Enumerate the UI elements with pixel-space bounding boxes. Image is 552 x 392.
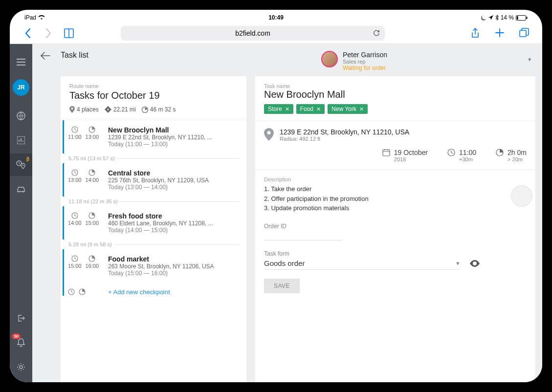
task-item[interactable]: 11:00 13:00 New Brooclyn Mall 1239 E 22n…: [63, 120, 246, 153]
chevron-down-icon: ▾: [528, 56, 531, 63]
reload-icon[interactable]: [373, 29, 380, 37]
chart-icon[interactable]: [10, 129, 32, 152]
task-name: Food market: [108, 255, 239, 263]
workspace: Task list Peter Garrison Sales rep Waiti…: [32, 44, 542, 382]
logout-icon[interactable]: [10, 307, 32, 329]
tag[interactable]: Store✕: [264, 104, 293, 114]
task-name-label: Task name: [264, 83, 527, 89]
task-name: New Brooclyn Mall: [108, 126, 239, 134]
distance-divider: 5.28 mi (9 m 58 s): [61, 240, 246, 249]
date-info: 19 October2018: [382, 149, 428, 162]
task-item[interactable]: 13:00 14:00 Central store 225 76th St, B…: [63, 163, 246, 196]
new-tab-button[interactable]: [492, 28, 507, 39]
url-bar[interactable]: b2field.com: [121, 26, 385, 41]
ios-status-bar: iPad 10:49 14 %: [10, 13, 542, 22]
svg-rect-22: [383, 150, 390, 156]
order-id-label: Order ID: [264, 223, 527, 230]
svg-point-25: [474, 262, 476, 264]
close-icon[interactable]: ✕: [316, 106, 321, 112]
assignee-avatar: [321, 51, 338, 67]
workspace-header: Task list Peter Garrison Sales rep Waiti…: [32, 44, 542, 76]
user-avatar[interactable]: JR: [13, 79, 29, 96]
task-window: Today (15:00 — 16:00): [108, 270, 239, 277]
distance-divider: 11.18 mi (22 m 35 s): [61, 196, 246, 206]
close-icon[interactable]: ✕: [359, 106, 364, 112]
task-address: 263 Moore St, Brooklyn, NY 11206, USA: [108, 263, 239, 270]
task-radius: Radius: 492.12 ft: [280, 136, 409, 142]
task-window: Today (14:00 — 15:00): [108, 227, 239, 234]
location-icon: [488, 15, 493, 20]
safari-toolbar: b2field.com: [10, 22, 542, 44]
task-form-select[interactable]: Goods order ▾: [264, 257, 460, 270]
task-form-label: Task form: [264, 250, 527, 257]
bell-icon[interactable]: 30: [10, 331, 32, 354]
svg-point-10: [20, 366, 22, 369]
url-text: b2field.com: [235, 29, 270, 37]
eye-icon[interactable]: [469, 260, 480, 267]
order-id-input[interactable]: [264, 230, 342, 240]
tag[interactable]: New York✕: [328, 104, 368, 114]
wifi-icon: [38, 15, 45, 20]
battery-text: 14 %: [501, 14, 514, 21]
route-title: Tasks for October 19: [69, 90, 238, 101]
save-button[interactable]: SAVE: [264, 279, 300, 293]
task-name: Fresh food store: [108, 212, 239, 220]
clock: 10:49: [268, 14, 284, 21]
description-label: Description: [264, 176, 527, 182]
moon-icon: [481, 15, 486, 21]
battery-icon: [516, 15, 528, 21]
duration-info: 2h 0m> 20m: [496, 149, 527, 162]
bluetooth-icon: [495, 15, 499, 21]
tag[interactable]: Food✕: [296, 104, 325, 114]
task-item[interactable]: 15:00 16:00 Food market 263 Moore St, Br…: [63, 249, 246, 283]
globe-icon[interactable]: [10, 105, 32, 127]
beta-mark: β: [26, 156, 29, 162]
share-button[interactable]: [468, 28, 483, 39]
assignee-selector[interactable]: Peter Garrison Sales rep Waiting for ord…: [321, 51, 531, 71]
svg-rect-1: [517, 16, 518, 20]
back-arrow-icon[interactable]: [40, 51, 52, 60]
task-title: New Brooclyn Mall: [264, 89, 527, 100]
tabs-button[interactable]: [517, 28, 531, 39]
route-label: Route name: [69, 83, 238, 89]
task-address: 1239 E 22nd St, Brooklyn, NY 11210, USA: [280, 128, 409, 136]
task-window: Today (11:00 — 13:00): [108, 141, 239, 148]
gear-icon[interactable]: [10, 356, 32, 378]
svg-rect-2: [527, 17, 528, 19]
assignee-name: Peter Garrison: [343, 51, 387, 59]
side-rail: JR β 30: [10, 44, 32, 382]
ipad-home-button[interactable]: [511, 185, 532, 207]
distance-divider: 5.75 mi (13 m 57 s): [61, 153, 246, 163]
description-text: 1. Take the order 2. Offer participation…: [264, 184, 527, 213]
task-address: 225 76th St, Brooklyn, NY 11209, USA: [108, 177, 239, 184]
route-stats: 4 places 22.21 mi 46 m 32 s: [69, 106, 238, 113]
svg-point-7: [22, 165, 24, 166]
tag-list: Store✕ Food✕ New York✕: [264, 104, 527, 114]
chevron-down-icon: ▾: [456, 260, 460, 267]
task-window: Today (13:00 — 14:00): [108, 184, 239, 191]
task-list[interactable]: 11:00 13:00 New Brooclyn Mall 1239 E 22n…: [61, 120, 246, 382]
pin-icon: [264, 128, 274, 142]
add-checkpoint-link[interactable]: + Add new checkpoint: [108, 288, 170, 296]
svg-point-9: [22, 191, 24, 193]
notification-badge: 30: [12, 333, 21, 339]
time-location-icon[interactable]: β: [10, 153, 32, 176]
device-label: iPad: [24, 14, 36, 21]
svg-point-8: [19, 191, 20, 193]
task-item[interactable]: 14:00 15:00 Fresh food store 460 Eldert …: [63, 206, 246, 240]
app-viewport: JR β 30: [10, 44, 542, 382]
forward-button: [41, 28, 56, 38]
task-address: 1239 E 22nd St, Brooklyn, NY 11210, ...: [108, 134, 239, 141]
ipad-frame: iPad 10:49 14 %: [10, 10, 542, 382]
route-panel: Route name Tasks for October 19 4 places…: [61, 76, 246, 382]
close-icon[interactable]: ✕: [285, 106, 289, 112]
menu-icon[interactable]: [10, 51, 32, 73]
car-icon[interactable]: [10, 178, 32, 200]
task-detail-panel: Task name New Brooclyn Mall Store✕ Food✕…: [255, 76, 535, 382]
assignee-status: Waiting for order: [343, 65, 387, 71]
assignee-role: Sales rep: [343, 59, 387, 65]
svg-rect-3: [520, 30, 526, 37]
back-button[interactable]: [21, 28, 35, 38]
bookmarks-button[interactable]: [62, 28, 76, 38]
task-address: 460 Eldert Lane, Brooklyn, NY 11208, ...: [108, 220, 239, 227]
